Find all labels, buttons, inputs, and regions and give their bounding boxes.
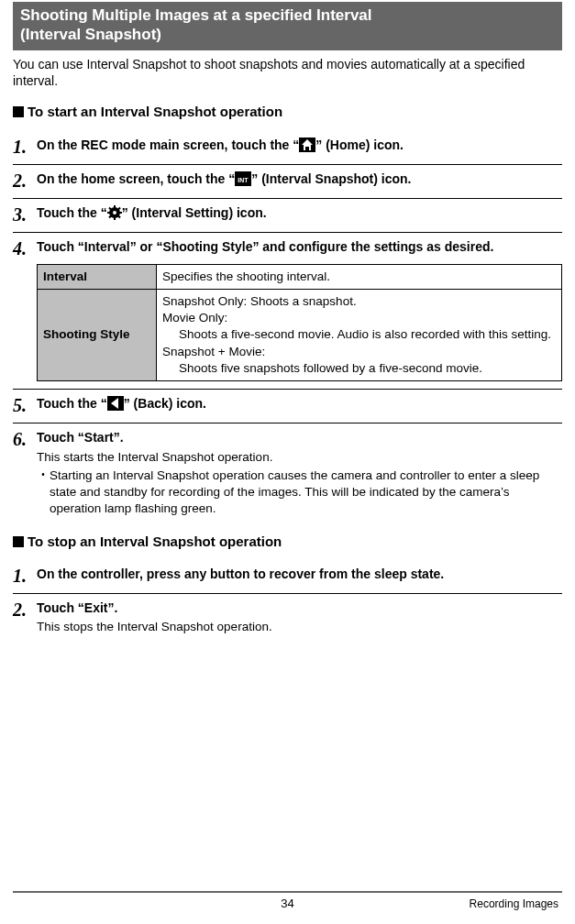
intro-text: You can use Interval Snapshot to shoot s… (13, 56, 562, 91)
header-title-line2: (Interval Snapshot) (20, 26, 161, 43)
step-number: 2. (13, 170, 37, 191)
style-line2-sub: Shoots a five-second movie. Audio is als… (162, 326, 556, 343)
svg-point-2 (113, 211, 116, 214)
stop-step2-title: Touch “Exit”. (37, 600, 562, 618)
footer-divider: 34 Recording Images (13, 891, 562, 917)
step4-title: Touch “Interval” or “Shooting Style” and… (37, 238, 562, 257)
style-line2: Movie Only: (162, 311, 227, 324)
table-row: Shooting Style Snapshot Only: Shoots a s… (38, 289, 562, 380)
back-icon (107, 396, 124, 411)
step-number: 3. (13, 204, 37, 225)
step1-pre: On the REC mode main screen, touch the “ (37, 138, 299, 152)
square-bullet-icon (13, 536, 24, 547)
step3-post: ” (Interval Setting) icon. (122, 205, 267, 220)
interval-value: Specifies the shooting interval. (157, 264, 562, 289)
style-line3: Snapshot + Movie: (162, 345, 265, 358)
step2-post: ” (Interval Snapshot) icon. (251, 171, 411, 186)
step3-pre: Touch the “ (37, 205, 107, 220)
start-subheading: To start an Interval Snapshot operation (13, 103, 562, 121)
stop-step1-title: On the controller, press any button to r… (37, 566, 562, 584)
step5-post: ” (Back) icon. (124, 396, 206, 411)
style-line3-sub: Shoots five snapshots followed by a five… (162, 360, 556, 377)
step-number: 4. (13, 238, 37, 258)
step5-pre: Touch the “ (37, 396, 107, 411)
page-number: 34 (281, 896, 293, 912)
settings-table: Interval Specifies the shooting interval… (37, 264, 562, 381)
step-number: 1. (13, 566, 37, 586)
style-line1: Snapshot Only: Shoots a snapshot. (162, 294, 357, 308)
step-number: 5. (13, 395, 37, 415)
page-footer: 34 Recording Images (13, 893, 562, 917)
step6-bullet: Starting an Interval Snapshot operation … (50, 468, 562, 518)
section-header: Shooting Multiple Images at a specified … (13, 2, 562, 50)
step-number: 2. (13, 600, 37, 620)
table-row: Interval Specifies the shooting interval… (38, 264, 562, 289)
chapter-label: Recording Images (470, 896, 558, 911)
stop-subheading-text: To stop an Interval Snapshot operation (28, 534, 282, 549)
stop-step2-desc: This stops the Interval Snapshot operati… (37, 619, 562, 635)
step1-title: On the REC mode main screen, touch the “… (37, 137, 562, 155)
interval-key: Interval (38, 264, 157, 289)
svg-rect-5 (107, 212, 110, 214)
square-bullet-icon (13, 106, 24, 117)
gear-icon (107, 205, 122, 226)
bullet-dot-icon: • (37, 468, 50, 482)
step5-title: Touch the “” (Back) icon. (37, 395, 562, 413)
shooting-style-value: Snapshot Only: Shoots a snapshot. Movie … (157, 289, 562, 380)
svg-rect-3 (114, 205, 116, 208)
svg-text:INT: INT (238, 177, 249, 183)
start-subheading-text: To start an Interval Snapshot operation (28, 104, 282, 119)
svg-rect-4 (114, 217, 116, 220)
step-number: 6. (13, 429, 37, 449)
step-number: 1. (13, 137, 37, 157)
home-icon (299, 138, 315, 152)
step1-post: ” (Home) icon. (315, 138, 404, 152)
shooting-style-key: Shooting Style (38, 289, 157, 380)
step6-title: Touch “Start”. (37, 429, 562, 447)
step6-desc: This starts the Interval Snapshot operat… (37, 449, 562, 466)
stop-subheading: To stop an Interval Snapshot operation (13, 533, 562, 551)
step2-title: On the home screen, touch the “INT” (Int… (37, 170, 562, 189)
header-title-line1: Shooting Multiple Images at a specified … (20, 6, 372, 24)
interval-snapshot-icon: INT (235, 171, 251, 186)
step3-title: Touch the “” (Interval Setting) icon. (37, 204, 562, 226)
step2-pre: On the home screen, touch the “ (37, 171, 235, 186)
